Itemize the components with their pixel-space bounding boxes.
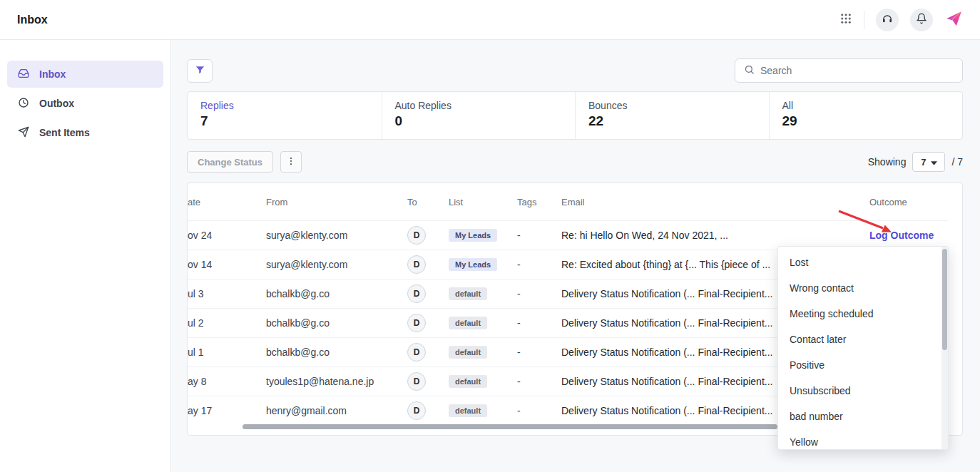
recipient-avatar[interactable]: D [407,226,426,245]
column-header-date: ate [188,197,266,207]
recipient-avatar[interactable]: D [407,314,426,332]
recipient-avatar[interactable]: D [407,284,426,303]
outcome-menu-item[interactable]: Lost [778,250,941,275]
cell-to: D [407,401,449,420]
list-badge: default [449,375,487,388]
support-button[interactable] [876,9,899,31]
cell-to: D [407,255,449,274]
top-bar: Inbox [0,0,980,40]
recipient-avatar[interactable]: D [407,372,426,391]
cell-to: D [407,314,449,332]
cell-list: My Leads [449,229,517,242]
stat-label: All [782,100,950,111]
stat-replies[interactable]: Replies 7 [188,92,382,139]
table-row[interactable]: ov 24 surya@klenty.com D My Leads - Re: … [188,220,948,250]
outcome-menu-item[interactable]: Meeting scheduled [778,301,941,327]
cell-tags: - [517,259,561,270]
page-size-value: 7 [921,157,926,168]
recipient-avatar[interactable]: D [407,401,426,420]
change-status-button[interactable]: Change Status [187,151,273,173]
dialpad-apps-button[interactable] [839,12,852,27]
list-badge: default [449,346,487,359]
send-icon [18,126,29,140]
cell-from: tyoules1p@hatena.ne.jp [266,376,407,387]
recipient-avatar[interactable]: D [407,255,426,274]
inbox-icon [18,68,29,81]
cell-from: bchalkb@g.co [266,347,407,358]
top-bar-actions [839,9,963,31]
column-header-outcome: Outcome [869,197,948,207]
outcome-menu-item[interactable]: Wrong contact [778,275,941,301]
cell-to: D [407,284,449,303]
cell-date: ov 24 [188,230,266,241]
cell-tags: - [517,376,561,387]
stat-value: 22 [588,113,756,129]
outcome-menu-item[interactable]: bad number [778,404,941,429]
outcome-menu-item[interactable]: Positive [778,352,941,378]
topbar-divider [864,11,864,29]
search-box [735,58,963,83]
kebab-icon [286,156,296,168]
cell-from: bchalkb@g.co [266,317,407,329]
table-horizontal-scrollbar[interactable] [243,424,777,429]
recipient-avatar[interactable]: D [407,343,426,361]
cell-to: D [407,343,449,361]
showing-total: / 7 [951,156,963,168]
cell-date: ov 14 [188,259,266,270]
stats-tabs: Replies 7 Auto Replies 0 Bounces 22 All … [187,91,963,140]
cell-tags: - [517,347,561,358]
dropdown-scrollbar-thumb[interactable] [942,249,947,350]
cell-from: surya@klenty.com [266,230,407,241]
cell-email[interactable]: Re: hi Hello On Wed, 24 Nov 2021, ... [561,230,869,241]
cell-outcome: Log Outcome [869,230,948,241]
dropdown-scrollbar-track[interactable] [941,247,948,449]
sidebar-item-label: Outbox [39,98,74,109]
stat-value: 29 [782,113,950,129]
brand-logo[interactable] [944,9,963,30]
search-input[interactable] [760,65,954,76]
list-badge: My Leads [449,258,497,271]
stat-bounces[interactable]: Bounces 22 [575,92,769,139]
sidebar-item-label: Inbox [39,68,66,80]
sidebar-item-outbox[interactable]: Outbox [7,90,163,117]
sidebar-item-inbox[interactable]: Inbox [7,61,163,88]
cell-list: default [449,346,517,359]
column-header-email: Email [561,197,869,207]
outcome-menu-item[interactable]: Contact later [778,327,941,352]
cell-tags: - [517,230,561,241]
showing-label: Showing [868,156,907,168]
column-header-list: List [449,197,517,207]
cell-date: ay 8 [188,376,266,387]
cell-date: ul 3 [188,288,266,299]
page-size-select[interactable]: 7 [912,152,945,172]
page-title: Inbox [17,14,48,26]
sidebar-item-sent-items[interactable]: Sent Items [7,119,163,146]
stat-value: 0 [395,113,563,129]
headset-icon [882,13,893,26]
dialpad-icon [839,12,852,27]
cell-date: ul 2 [188,317,266,329]
cell-list: default [449,375,517,388]
sidebar-item-label: Sent Items [39,127,90,138]
stat-label: Bounces [588,100,756,111]
outcome-menu-item[interactable]: Unsubscribed [778,378,941,404]
cell-list: default [449,404,517,417]
column-header-from: From [266,197,407,207]
funnel-icon [195,64,205,77]
more-actions-button[interactable] [280,151,302,173]
log-outcome-link[interactable]: Log Outcome [869,230,934,241]
clock-icon [18,97,29,111]
filter-button[interactable] [187,59,213,83]
notifications-button[interactable] [910,9,933,31]
cell-tags: - [517,405,561,416]
app-window: Inbox [0,0,980,472]
cell-from: henry@gmail.com [266,405,407,416]
chevron-down-icon [931,157,937,168]
stat-auto-replies[interactable]: Auto Replies 0 [382,92,576,139]
column-header-to: To [407,197,449,207]
stat-label: Replies [200,100,369,111]
outcome-menu-item[interactable]: Yellow [778,429,941,450]
stat-all[interactable]: All 29 [769,92,963,139]
column-header-tags: Tags [517,197,561,207]
list-badge: My Leads [449,229,497,242]
